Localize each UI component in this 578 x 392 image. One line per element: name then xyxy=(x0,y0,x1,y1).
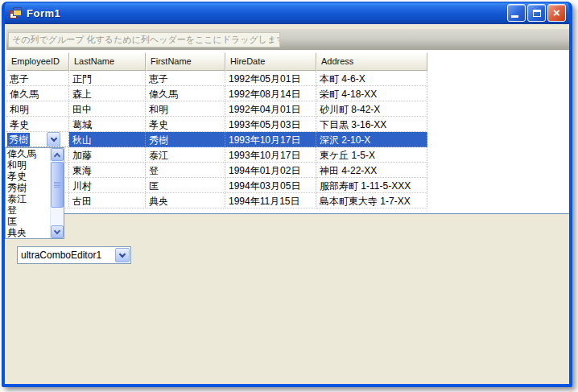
combo-dropdown-button[interactable] xyxy=(115,248,130,262)
column-header-employeeid[interactable]: EmployeeID xyxy=(6,52,69,71)
grid-cell[interactable]: 恵子 xyxy=(146,71,225,86)
table-row[interactable]: 孝史葛城孝史1993年05月03日下目黒 3-16-XX xyxy=(6,117,569,132)
grid-header-row: EmployeeIDLastNameFirstNameHireDateAddre… xyxy=(6,51,569,71)
chevron-down-icon xyxy=(54,227,60,233)
grid-cell[interactable]: 葛城 xyxy=(69,117,146,132)
grid-cell[interactable]: 下目黒 3-16-XX xyxy=(316,117,427,132)
combo-value: ultraComboEditor1 xyxy=(21,250,101,261)
dropdown-item[interactable]: 偉久馬 xyxy=(6,148,50,159)
grid-cell[interactable]: 登 xyxy=(146,163,225,178)
grid-cell[interactable]: 1993年10月17日 xyxy=(225,132,316,147)
maximize-button[interactable] xyxy=(527,4,546,22)
maximize-icon xyxy=(533,10,541,17)
grid-cell[interactable]: 偉久馬 xyxy=(6,86,69,101)
grid-cell[interactable]: 古田 xyxy=(69,193,146,208)
dropdown-items: 偉久馬和明孝史秀樹泰江登匡典央 xyxy=(6,148,50,238)
table-row[interactable]: 秀樹秋山秀樹1993年10月17日深沢 2-10-X xyxy=(6,132,569,147)
grid-cell[interactable]: 偉久馬 xyxy=(146,86,225,101)
grid-cell[interactable]: 1992年05月01日 xyxy=(225,71,316,86)
grid-cell[interactable]: 1993年05月03日 xyxy=(225,117,316,132)
grid-cell[interactable]: 匡 xyxy=(146,178,225,193)
dropdown-item[interactable]: 匡 xyxy=(6,216,50,227)
dropdown-item[interactable]: 秀樹 xyxy=(6,182,50,193)
form-client-area: その列でグループ 化するために列ヘッダーをここにドラッグします。 Employe… xyxy=(5,24,569,384)
employees-grid: その列でグループ 化するために列ヘッダーをここにドラッグします。 Employe… xyxy=(6,29,569,214)
window-title: Form1 xyxy=(27,7,60,19)
grid-cell[interactable]: 本町 4-6-X xyxy=(316,71,427,86)
grid-cell[interactable]: 泰江 xyxy=(146,147,225,163)
grid-cell[interactable]: 1992年04月01日 xyxy=(225,101,316,117)
grid-cell[interactable]: 東ケ丘 1-5-X xyxy=(316,147,427,163)
grid-cell[interactable]: 服部寿町 1-11-5-XXX xyxy=(316,178,427,193)
grid-cell[interactable]: 正門 xyxy=(69,71,146,86)
dropdown-item[interactable]: 登 xyxy=(6,204,50,216)
close-button[interactable]: × xyxy=(547,4,566,22)
close-icon: × xyxy=(553,6,560,19)
grid-cell[interactable]: 孝史 xyxy=(146,117,225,132)
form-app-icon xyxy=(10,6,23,19)
scroll-thumb[interactable] xyxy=(51,162,64,208)
grid-cell[interactable]: 秋山 xyxy=(69,132,146,147)
grid-cell[interactable]: 加藤 xyxy=(69,147,146,163)
grid-cell[interactable]: 深沢 2-10-X xyxy=(316,132,427,147)
grid-cell[interactable]: 和明 xyxy=(146,101,225,117)
grid-cell[interactable]: 1992年08月14日 xyxy=(225,86,316,101)
chevron-down-icon xyxy=(119,250,126,257)
dropdown-item[interactable]: 孝史 xyxy=(6,171,50,182)
scroll-up-button[interactable] xyxy=(51,148,64,161)
column-header-lastname[interactable]: LastName xyxy=(69,52,146,71)
cell-editor-selected-text: 秀樹 xyxy=(7,133,30,146)
grid-cell[interactable]: 島本町東大寺 1-7-XX xyxy=(316,193,427,208)
table-row[interactable]: 東海登1994年01月02日神田 4-22-XX xyxy=(6,163,569,178)
cell-editor-field[interactable]: 秀樹 xyxy=(6,132,60,147)
column-header-firstname[interactable]: FirstName xyxy=(146,52,225,71)
column-header-address[interactable]: Address xyxy=(316,52,427,71)
grid-cell[interactable]: 恵子 xyxy=(6,71,69,86)
minimize-icon xyxy=(511,15,518,18)
grid-cell[interactable]: 孝史 xyxy=(6,117,69,132)
grid-cell[interactable]: 神田 4-22-XX xyxy=(316,163,427,178)
table-row[interactable]: 古田典央1994年11月15日島本町東大寺 1-7-XX xyxy=(6,193,569,208)
dropdown-scrollbar[interactable] xyxy=(50,148,64,238)
grid-cell[interactable]: 東海 xyxy=(69,163,146,178)
grid-cell[interactable]: 1994年01月02日 xyxy=(225,163,316,178)
title-bar[interactable]: Form1 × xyxy=(5,2,569,24)
chevron-up-icon xyxy=(54,152,60,159)
chevron-down-icon xyxy=(50,135,56,142)
grid-cell[interactable]: 田中 xyxy=(69,101,146,117)
ultra-combo-editor[interactable]: ultraComboEditor1 xyxy=(17,246,131,264)
grid-cell[interactable]: 1993年10月17日 xyxy=(225,147,316,163)
grid-cell[interactable]: 森上 xyxy=(69,86,146,101)
table-row[interactable]: 恵子正門恵子1992年05月01日本町 4-6-X xyxy=(6,71,569,86)
group-by-prompt: その列でグループ 化するために列ヘッダーをここにドラッグします。 xyxy=(8,32,280,47)
dropdown-item[interactable]: 泰江 xyxy=(6,193,50,204)
table-row[interactable]: 加藤泰江1993年10月17日東ケ丘 1-5-X xyxy=(6,147,569,163)
grid-cell[interactable]: 栄町 4-18-XX xyxy=(316,86,427,101)
cell-combo-dropdown-button[interactable] xyxy=(47,132,60,147)
grid-cell[interactable]: 砂川町 8-42-X xyxy=(316,101,427,117)
cell-combo-editor[interactable]: 秀樹 xyxy=(6,132,69,147)
grid-cell[interactable]: 川村 xyxy=(69,178,146,193)
dropdown-item[interactable]: 典央 xyxy=(6,227,50,238)
grid-cell[interactable]: 典央 xyxy=(146,193,225,208)
table-row[interactable]: 和明田中和明1992年04月01日砂川町 8-42-X xyxy=(6,101,569,117)
table-row[interactable]: 偉久馬森上偉久馬1992年08月14日栄町 4-18-XX xyxy=(6,86,569,101)
window: Form1 × その列でグループ 化するために列ヘッダーをここにドラッグします。… xyxy=(2,2,572,387)
scroll-down-button[interactable] xyxy=(51,225,64,238)
grid-cell[interactable]: 1994年03月05日 xyxy=(225,178,316,193)
group-by-panel[interactable]: その列でグループ 化するために列ヘッダーをここにドラッグします。 xyxy=(6,29,569,51)
employeeid-dropdown-list: 偉久馬和明孝史秀樹泰江登匡典央 xyxy=(5,147,64,239)
dropdown-item[interactable]: 和明 xyxy=(6,159,50,171)
grid-body: 恵子正門恵子1992年05月01日本町 4-6-X偉久馬森上偉久馬1992年08… xyxy=(6,71,569,213)
grid-cell[interactable]: 1994年11月15日 xyxy=(225,193,316,208)
grid-cell[interactable]: 秀樹 xyxy=(146,132,225,147)
column-header-hiredate[interactable]: HireDate xyxy=(225,52,316,71)
table-row[interactable]: 川村匡1994年03月05日服部寿町 1-11-5-XXX xyxy=(6,178,569,193)
minimize-button[interactable] xyxy=(507,4,526,22)
grid-cell[interactable]: 和明 xyxy=(6,101,69,117)
